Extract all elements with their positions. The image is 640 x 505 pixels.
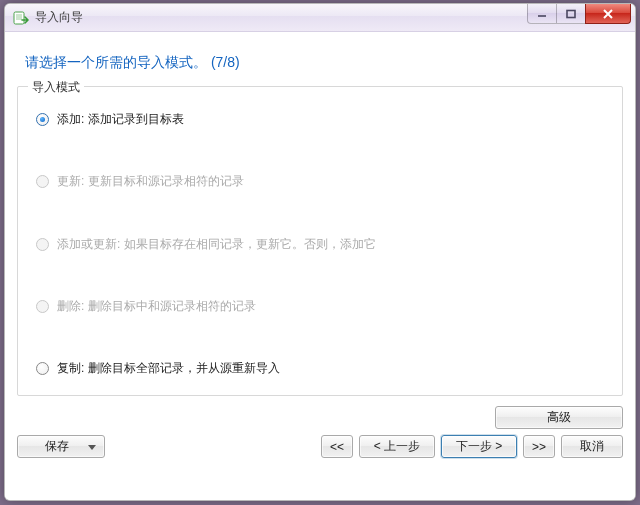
wizard-footer: 保存 << < 上一步 下一步 > >> 取消 <box>11 433 629 460</box>
next-button[interactable]: 下一步 > <box>441 435 517 458</box>
import-mode-option-3: 删除: 删除目标中和源记录相符的记录 <box>36 298 604 315</box>
app-icon <box>13 10 29 26</box>
client-area: 请选择一个所需的导入模式。 (7/8) 导入模式 添加: 添加记录到目标表更新:… <box>5 32 635 500</box>
save-button-label: 保存 <box>45 438 69 455</box>
minimize-button[interactable] <box>527 4 557 24</box>
groupbox-legend: 导入模式 <box>28 79 84 96</box>
radio-icon <box>36 175 49 188</box>
cancel-button[interactable]: 取消 <box>561 435 623 458</box>
import-mode-option-2: 添加或更新: 如果目标存在相同记录，更新它。否则，添加它 <box>36 236 604 253</box>
radio-icon <box>36 300 49 313</box>
maximize-button[interactable] <box>556 4 586 24</box>
import-mode-option-1: 更新: 更新目标和源记录相符的记录 <box>36 173 604 190</box>
window-controls <box>528 4 631 24</box>
radio-label: 删除: 删除目标中和源记录相符的记录 <box>57 298 256 315</box>
radio-label: 复制: 删除目标全部记录，并从源重新导入 <box>57 360 280 377</box>
radio-label: 更新: 更新目标和源记录相符的记录 <box>57 173 244 190</box>
svg-rect-0 <box>14 12 24 24</box>
radio-label: 添加: 添加记录到目标表 <box>57 111 184 128</box>
page-title: 请选择一个所需的导入模式。 (7/8) <box>11 40 629 86</box>
radio-label: 添加或更新: 如果目标存在相同记录，更新它。否则，添加它 <box>57 236 376 253</box>
import-mode-option-0[interactable]: 添加: 添加记录到目标表 <box>36 111 604 128</box>
svg-rect-2 <box>567 10 575 17</box>
radio-icon <box>36 113 49 126</box>
import-mode-option-4[interactable]: 复制: 删除目标全部记录，并从源重新导入 <box>36 360 604 377</box>
radio-icon <box>36 238 49 251</box>
import-mode-radio-list: 添加: 添加记录到目标表更新: 更新目标和源记录相符的记录添加或更新: 如果目标… <box>36 105 604 381</box>
radio-icon <box>36 362 49 375</box>
window-title: 导入向导 <box>35 9 83 26</box>
save-button[interactable]: 保存 <box>17 435 105 458</box>
titlebar[interactable]: 导入向导 <box>5 4 635 32</box>
close-button[interactable] <box>585 4 631 24</box>
prev-button[interactable]: < 上一步 <box>359 435 435 458</box>
advanced-button[interactable]: 高级 <box>495 406 623 429</box>
first-button[interactable]: << <box>321 435 353 458</box>
chevron-down-icon <box>88 445 96 450</box>
import-mode-groupbox: 导入模式 添加: 添加记录到目标表更新: 更新目标和源记录相符的记录添加或更新:… <box>17 86 623 396</box>
import-wizard-window: 导入向导 请选择一个所需的导入模式。 (7/8) 导入模式 添加: 添加记录到目… <box>4 3 636 501</box>
advanced-row: 高级 <box>11 396 629 433</box>
last-button[interactable]: >> <box>523 435 555 458</box>
